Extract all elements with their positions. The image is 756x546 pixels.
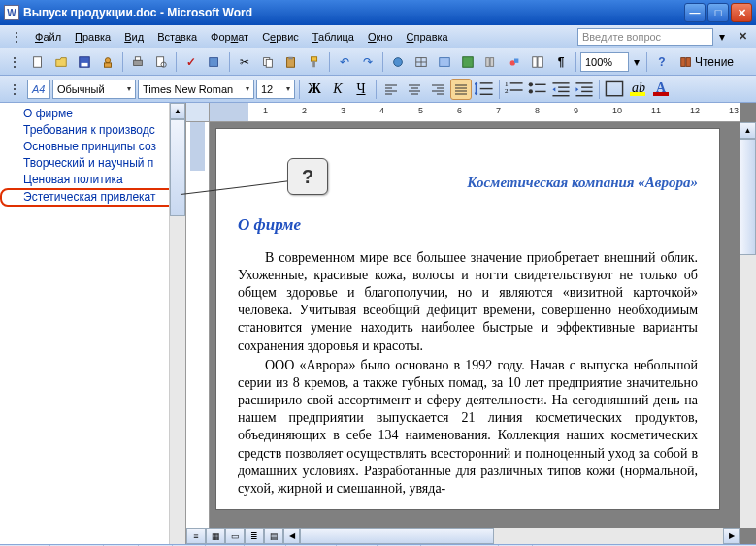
hyperlink-button[interactable] bbox=[387, 51, 409, 73]
svg-rect-0 bbox=[34, 56, 42, 67]
highlight-button[interactable]: ab bbox=[627, 79, 648, 100]
permissions-button[interactable] bbox=[97, 51, 118, 73]
menu-table[interactable]: Таблица bbox=[307, 29, 360, 45]
window-title: Выпуск продукции.doc - Microsoft Word bbox=[23, 6, 684, 19]
zoom-combo[interactable]: 100% bbox=[580, 52, 629, 72]
open-button[interactable] bbox=[50, 51, 72, 73]
menu-view[interactable]: Вид bbox=[118, 29, 149, 45]
scroll-up-icon[interactable]: ▲ bbox=[170, 103, 185, 119]
scroll-thumb[interactable] bbox=[300, 528, 494, 544]
show-marks-button[interactable]: ¶ bbox=[550, 51, 572, 73]
align-center-button[interactable] bbox=[404, 79, 425, 100]
align-right-button[interactable] bbox=[427, 79, 448, 100]
increase-indent-button[interactable] bbox=[574, 79, 595, 100]
vertical-scrollbar[interactable]: ▲ bbox=[740, 122, 756, 528]
borders-button[interactable] bbox=[604, 79, 625, 100]
app-icon-menu[interactable]: ⋮ bbox=[6, 26, 27, 48]
menu-window[interactable]: Окно bbox=[362, 29, 399, 45]
format-painter-button[interactable] bbox=[304, 51, 325, 73]
svg-rect-26 bbox=[533, 56, 537, 67]
normal-view-button[interactable]: ≡ bbox=[186, 528, 206, 544]
outline-item[interactable]: Ценовая политика bbox=[0, 172, 185, 188]
new-doc-button[interactable] bbox=[27, 51, 49, 73]
help-search-input[interactable]: Введите вопрос bbox=[577, 28, 713, 46]
style-combo[interactable]: Обычный▾ bbox=[52, 80, 136, 99]
svg-rect-13 bbox=[288, 56, 292, 59]
svg-rect-14 bbox=[312, 56, 317, 60]
align-justify-button[interactable] bbox=[450, 79, 472, 100]
outline-item-highlighted[interactable]: Эстетическая привлекат bbox=[0, 188, 185, 207]
spellcheck-button[interactable]: ✓ bbox=[181, 51, 202, 73]
bold-button[interactable]: Ж bbox=[304, 79, 325, 100]
cut-button[interactable]: ✂ bbox=[234, 51, 255, 73]
body-paragraph: ООО «Аврора» было основано в 1992 году. … bbox=[238, 357, 698, 498]
redo-button[interactable]: ↷ bbox=[357, 51, 378, 73]
zoom-dropdown[interactable]: ▾ bbox=[631, 51, 642, 73]
outline-item[interactable]: Творческий и научный п bbox=[0, 155, 185, 172]
line-spacing-button[interactable] bbox=[474, 79, 495, 100]
scroll-thumb[interactable] bbox=[740, 139, 756, 255]
svg-rect-7 bbox=[157, 56, 164, 66]
scroll-up-icon[interactable]: ▲ bbox=[740, 122, 756, 139]
save-button[interactable] bbox=[74, 51, 95, 73]
italic-button[interactable]: К bbox=[327, 79, 348, 100]
heading-1: О фирме bbox=[238, 214, 698, 236]
outline-scrollbar[interactable]: ▲ bbox=[169, 103, 185, 544]
toolbar-grip-2[interactable]: ⋮ bbox=[4, 79, 25, 100]
hscroll-track[interactable] bbox=[300, 528, 723, 544]
research-button[interactable] bbox=[204, 51, 225, 73]
paste-button[interactable] bbox=[280, 51, 302, 73]
doc-map-button[interactable] bbox=[527, 51, 548, 73]
toolbar-grip[interactable]: ⋮ bbox=[4, 51, 25, 73]
svg-point-55 bbox=[529, 89, 533, 93]
document-map-pane: О фирме Требования к производс Основные … bbox=[0, 103, 186, 544]
undo-button[interactable]: ↶ bbox=[334, 51, 355, 73]
maximize-button[interactable]: □ bbox=[707, 3, 729, 22]
bullet-list-button[interactable] bbox=[527, 79, 548, 100]
help-search-dropdown[interactable]: ▾ bbox=[715, 26, 729, 48]
svg-rect-27 bbox=[538, 56, 542, 67]
reading-layout-button[interactable]: Чтение bbox=[674, 51, 739, 73]
svg-point-53 bbox=[529, 82, 533, 86]
columns-button[interactable] bbox=[480, 51, 502, 73]
outline-item[interactable]: О фирме bbox=[0, 106, 185, 122]
font-size-combo[interactable]: 12▾ bbox=[256, 80, 295, 99]
insert-table-button[interactable] bbox=[434, 51, 455, 73]
outline-view-button[interactable]: ≣ bbox=[245, 528, 264, 544]
print-button[interactable] bbox=[127, 51, 148, 73]
scroll-thumb[interactable] bbox=[170, 119, 185, 216]
scroll-left-icon[interactable]: ◀ bbox=[283, 528, 300, 544]
minimize-button[interactable]: ― bbox=[684, 3, 706, 22]
print-preview-button[interactable] bbox=[150, 51, 172, 73]
close-button[interactable]: ✕ bbox=[731, 3, 752, 22]
excel-button[interactable] bbox=[457, 51, 478, 73]
svg-point-3 bbox=[105, 57, 110, 62]
web-view-button[interactable]: ▦ bbox=[206, 528, 225, 544]
font-color-button[interactable]: A bbox=[650, 79, 672, 100]
menu-edit[interactable]: Правка bbox=[69, 29, 116, 45]
menu-file[interactable]: Файл bbox=[29, 29, 67, 45]
tables-borders-button[interactable] bbox=[411, 51, 432, 73]
scroll-right-icon[interactable]: ▶ bbox=[723, 528, 740, 544]
copy-button[interactable] bbox=[257, 51, 279, 73]
outline-item[interactable]: Требования к производс bbox=[0, 122, 185, 139]
ms-help-button[interactable]: ? bbox=[651, 51, 673, 73]
outline-item[interactable]: Основные принципы соз bbox=[0, 139, 185, 155]
horizontal-ruler[interactable]: 1 2 3 4 5 6 7 8 9 10 11 12 13 bbox=[210, 103, 740, 122]
menu-format[interactable]: Формат bbox=[205, 29, 254, 45]
style-indicator[interactable]: A4 bbox=[27, 80, 50, 99]
reading-view-button[interactable]: ▤ bbox=[264, 528, 283, 544]
close-document-button[interactable]: ✕ bbox=[735, 29, 750, 45]
menu-tools[interactable]: Сервис bbox=[256, 29, 305, 45]
document-page[interactable]: Косметическая компания «Аврора» О фирме … bbox=[215, 128, 720, 510]
numbered-list-button[interactable]: 12 bbox=[504, 79, 525, 100]
vertical-ruler[interactable] bbox=[186, 122, 210, 528]
menu-insert[interactable]: Вставка bbox=[151, 29, 203, 45]
decrease-indent-button[interactable] bbox=[550, 79, 572, 100]
menu-help[interactable]: Справка bbox=[401, 29, 454, 45]
font-combo[interactable]: Times New Roman▾ bbox=[138, 80, 254, 99]
print-view-button[interactable]: ▭ bbox=[225, 528, 245, 544]
align-left-button[interactable] bbox=[380, 79, 402, 100]
drawing-button[interactable] bbox=[504, 51, 525, 73]
underline-button[interactable]: Ч bbox=[350, 79, 372, 100]
